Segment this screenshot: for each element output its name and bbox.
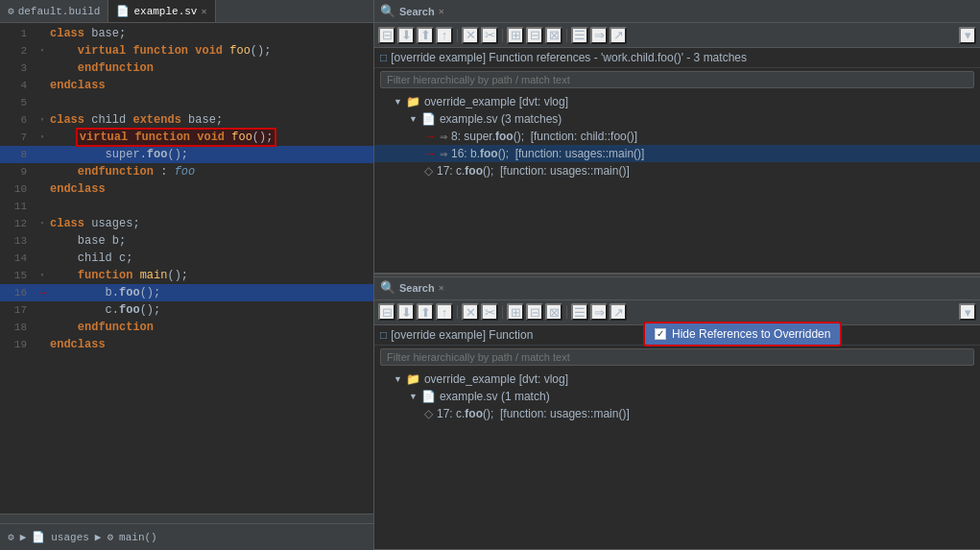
- search-panel-2-results[interactable]: ▼ 📁 override_example [dvt: vlog] ▼ 📄 exa…: [374, 369, 980, 550]
- file-nav-icon: 📄: [32, 531, 45, 543]
- code-line-15: 15 ◦ function main();: [0, 267, 373, 284]
- result-group-override-example[interactable]: ▼ 📁 override_example [dvt: vlog]: [374, 93, 980, 110]
- result-match-17[interactable]: ◇ 17: c.foo(); [function: usages::main()…: [374, 162, 980, 179]
- tab-example-sv[interactable]: 📄 example.sv ✕: [108, 0, 215, 22]
- code-line-18: 18 endfunction: [0, 319, 373, 336]
- folder-icon-2: 📁: [406, 372, 420, 386]
- search-panel-2-filter-row: [374, 346, 980, 369]
- result-match-17-2[interactable]: ◇ 17: c.foo(); [function: usages::main()…: [374, 405, 980, 422]
- search-icon-2: 🔍: [380, 280, 395, 296]
- collapse-all-button[interactable]: ⊟: [378, 27, 395, 44]
- triangle-icon-2: ▼: [409, 114, 418, 124]
- more-button[interactable]: ▾: [959, 27, 976, 44]
- toolbar-separator-4: [457, 305, 458, 319]
- code-line-1: 1 class base;: [0, 25, 373, 42]
- triangle-icon-4: ▼: [409, 392, 418, 401]
- tooltip-checkbox[interactable]: ✓: [655, 328, 666, 340]
- code-line-5: 5: [0, 94, 373, 111]
- toolbar-separator-5: [502, 305, 503, 319]
- arrow-gray-icon-2: ◇: [424, 407, 433, 420]
- nav-main[interactable]: main(): [119, 532, 157, 543]
- search-panel-1-toolbar: ⊟ ⬇ ⬆ ↑ ✕ ✂ ⊞ ⊟ ⊠ ☰ ⇒ ↗ ▾: [374, 23, 980, 48]
- search-panel-2-header: 🔍 Search ✕: [374, 277, 980, 300]
- export-button-2[interactable]: ↗: [610, 303, 627, 321]
- next-match-button[interactable]: ⬇: [397, 27, 415, 44]
- result-header-text: [override example] Function references -…: [391, 51, 747, 64]
- arrow-gray-icon-1: ◇: [424, 164, 433, 178]
- editor-content[interactable]: 1 class base; 2 ◦ virtual function void …: [0, 23, 373, 514]
- search-panel-2: 🔍 Search ✕ ⊟ ⬇ ⬆ ↑ ✕ ✂ ⊞ ⊟ ⊠ ☰ ⇒ ↗: [374, 277, 980, 551]
- result-group-override-example-2[interactable]: ▼ 📁 override_example [dvt: vlog]: [374, 371, 980, 388]
- result-file-example-sv[interactable]: ▼ 📄 example.sv (3 matches): [374, 110, 980, 128]
- search-panel-2-close-icon[interactable]: ✕: [439, 282, 444, 294]
- match-text-4: 17: c.foo(); [function: usages::main()]: [437, 407, 630, 420]
- nav-separator: ▶: [95, 531, 102, 543]
- folder-icon: 📁: [406, 95, 420, 108]
- search-panel-2-toolbar: ⊟ ⬇ ⬆ ↑ ✕ ✂ ⊞ ⊟ ⊠ ☰ ⇒ ↗ ▾: [374, 300, 980, 325]
- code-line-7: 7 ◦ virtual function void foo();: [0, 129, 373, 146]
- expand-button-2[interactable]: ⊞: [507, 303, 524, 321]
- layout-button-2[interactable]: ⊟: [526, 303, 543, 321]
- checkbox-check-icon: ✓: [657, 328, 664, 339]
- search-panel-1-results[interactable]: ▼ 📁 override_example [dvt: vlog] ▼ 📄 exa…: [374, 91, 980, 273]
- layout-button[interactable]: ⊟: [526, 27, 543, 44]
- remove-all-button-2[interactable]: ↑: [436, 303, 453, 321]
- export-button[interactable]: ↗: [610, 27, 627, 44]
- search-panel-2-title: Search: [399, 282, 435, 294]
- editor-bottom-bar: ⚙ ▶ 📄 usages ▶ ⚙ main(): [0, 523, 373, 550]
- menu-button[interactable]: ☰: [571, 27, 588, 44]
- code-line-2: 2 ◦ virtual function void foo();: [0, 42, 373, 60]
- match-text-1: 8: super.foo(); [function: child::foo()]: [451, 130, 637, 143]
- expand-button[interactable]: ⊞: [507, 27, 524, 44]
- file-icon: 📄: [116, 5, 130, 17]
- result-header-icon-2: □: [380, 328, 387, 342]
- remove-all-button[interactable]: ↑: [436, 27, 453, 44]
- code-line-12: 12 ◦ class usages;: [0, 215, 373, 232]
- search-panel-1-title: Search: [399, 6, 435, 17]
- nav-gear: ⚙: [107, 531, 113, 543]
- prev-match-button[interactable]: ⬆: [417, 27, 434, 44]
- gear-icon: ⚙: [8, 5, 14, 17]
- result-match-8[interactable]: → ⇒ 8: super.foo(); [function: child::fo…: [374, 128, 980, 145]
- code-line-19: 19 endclass: [0, 336, 373, 353]
- editor-horizontal-scrollbar[interactable]: [0, 514, 373, 523]
- next-match-button-2[interactable]: ⬇: [397, 303, 415, 321]
- collapse-all-button-2[interactable]: ⊟: [378, 303, 395, 321]
- code-line-3: 3 endfunction: [0, 60, 373, 77]
- search-panel-1-close-icon[interactable]: ✕: [439, 6, 444, 17]
- link-button-2[interactable]: ⇒: [590, 303, 608, 321]
- match-text-2: 16: b.foo(); [function: usages::main()]: [451, 147, 644, 160]
- close-button[interactable]: ⊠: [545, 27, 562, 44]
- tab-default-build[interactable]: ⚙ default.build: [0, 0, 108, 22]
- cancel-search-button-2[interactable]: ✕: [462, 303, 479, 321]
- tab-close-icon[interactable]: ✕: [201, 6, 206, 17]
- toolbar-separator-6: [566, 305, 567, 319]
- search-panel-1-filter-row: [374, 68, 980, 91]
- prev-match-button-2[interactable]: ⬆: [417, 303, 434, 321]
- file-label: example.sv (3 matches): [440, 112, 562, 126]
- result-match-16[interactable]: → ⇒ 16: b.foo(); [function: usages::main…: [374, 145, 980, 162]
- search-panel-2-filter-input[interactable]: [380, 348, 974, 366]
- hide-overridden-tooltip[interactable]: ✓ Hide References to Overridden: [643, 322, 842, 347]
- toolbar-separator-1: [457, 29, 458, 42]
- result-file-example-sv-2[interactable]: ▼ 📄 example.sv (1 match): [374, 388, 980, 405]
- file-icon-2: 📄: [421, 112, 436, 126]
- close-button-2[interactable]: ⊠: [545, 303, 562, 321]
- triangle-icon-3: ▼: [394, 374, 402, 384]
- code-line-9: 9 endfunction : foo: [0, 163, 373, 180]
- cancel-search-button[interactable]: ✕: [462, 27, 479, 44]
- code-line-6: 6 ◦ class child extends base;: [0, 111, 373, 129]
- cut-button[interactable]: ✂: [481, 27, 498, 44]
- tab-label: default.build: [18, 6, 101, 17]
- link-button[interactable]: ⇒: [590, 27, 608, 44]
- more-button-2[interactable]: ▾: [959, 303, 976, 321]
- nav-usages[interactable]: usages: [51, 532, 89, 543]
- search-panel-1-filter-input[interactable]: [380, 71, 974, 88]
- toolbar-separator-2: [502, 29, 503, 42]
- bottom-bar-icon1: ⚙: [8, 531, 14, 543]
- menu-button-2[interactable]: ☰: [571, 303, 588, 321]
- toolbar-separator-3: [566, 29, 567, 42]
- nav-arrow-left[interactable]: ▶: [20, 531, 27, 543]
- cut-button-2[interactable]: ✂: [481, 303, 498, 321]
- search-panels: 🔍 Search ✕ ⊟ ⬇ ⬆ ↑ ✕ ✂ ⊞ ⊟ ⊠ ☰ ⇒ ↗: [374, 0, 980, 550]
